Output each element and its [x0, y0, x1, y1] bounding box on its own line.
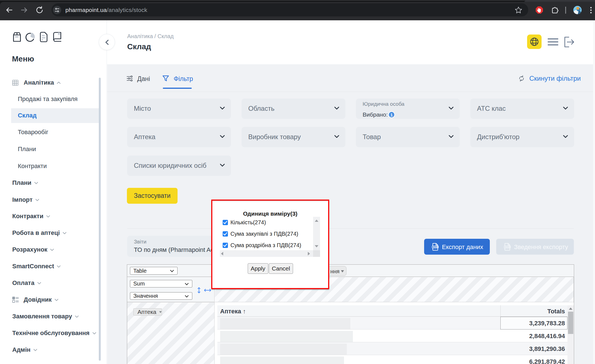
svg-text:XLSX: XLSX — [505, 246, 510, 248]
svg-text:XLSX: XLSX — [433, 246, 438, 248]
